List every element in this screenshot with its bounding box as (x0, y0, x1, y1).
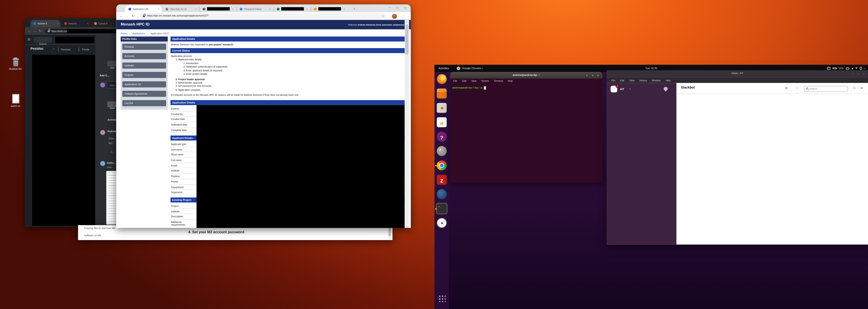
reload-icon[interactable]: ↻ (39, 27, 41, 35)
tab-close-icon[interactable]: × (232, 7, 234, 10)
profile-link-institutes[interactable]: Institutes (122, 63, 166, 69)
minimize-button[interactable]: − (852, 70, 854, 77)
desktop-icon-trash[interactable]: Rubbish Bin (4, 58, 27, 70)
browser-tab-redacted[interactable]: × (199, 5, 236, 12)
app-icon[interactable] (437, 189, 447, 199)
workspace-icon[interactable] (611, 86, 617, 92)
tab-close-icon[interactable]: × (87, 22, 89, 25)
app-menu-button[interactable]: Google Chrome (462, 67, 481, 70)
profile-link-software-agreements[interactable]: Software Agreements (122, 91, 166, 97)
terminal-body[interactable]: andrew@andrew-ltp:~$ (450, 83, 602, 182)
scrollbar-down-icon[interactable]: ▾ (405, 226, 409, 228)
terminal-dock-icon[interactable]: >_ (437, 204, 447, 213)
profile-link-applications[interactable]: Applications (1) (122, 81, 166, 88)
menu-file[interactable]: File (454, 80, 457, 82)
breadcrumb-applications-link[interactable]: Applications (132, 32, 145, 35)
menu-terminal[interactable]: Terminal (494, 80, 503, 82)
desktop-icon-file[interactable]: watch.on (4, 94, 27, 107)
minimize-button[interactable]: − (387, 4, 393, 12)
docs-sidebar-item[interactable]: Software on M3 (84, 234, 101, 237)
software-icon[interactable] (437, 103, 447, 113)
breadcrumb-home-link[interactable]: Home (121, 32, 127, 35)
browser-tab-research[interactable]: "Research Fellow × (237, 5, 273, 12)
system-tray[interactable]: 11% ▾ (827, 67, 865, 70)
board-team-label[interactable]: Personal (61, 48, 70, 50)
scrollbar-thumb[interactable] (405, 24, 409, 55)
amazon-icon[interactable]: a (437, 117, 447, 127)
firefox-icon[interactable] (437, 74, 447, 84)
back-icon[interactable]: ← (120, 12, 123, 20)
comment-action-link[interactable]: - E... (110, 150, 114, 153)
menu-history[interactable]: History (640, 79, 647, 81)
tab-close-icon[interactable]: × (195, 7, 197, 10)
menu-file[interactable]: File (611, 79, 615, 81)
menu-search[interactable]: Search (482, 80, 489, 82)
docs-sidebar-item[interactable]: Copying files to and from M3 (84, 227, 115, 230)
clock-button[interactable]: Tue 16:30 (645, 67, 657, 70)
slack-titlebar[interactable]: Slack - A'I' − □ × (607, 70, 868, 77)
menu-view[interactable]: View (471, 80, 476, 82)
mentions-icon[interactable]: @ (785, 86, 787, 90)
profile-link-logout[interactable]: Log Out (122, 100, 166, 106)
menu-view[interactable]: View (629, 79, 634, 81)
close-button[interactable]: × (863, 70, 865, 77)
back-icon[interactable]: ← (28, 27, 31, 35)
files-icon[interactable] (437, 89, 447, 99)
profile-avatar[interactable] (392, 13, 397, 19)
menu-edit[interactable]: Edit (462, 80, 466, 82)
help-icon[interactable]: ? (437, 132, 447, 142)
browser-tab-redacted[interactable]: × (311, 5, 347, 12)
search-box[interactable]: Search (804, 85, 848, 92)
profile-link-projects[interactable]: Projects (122, 72, 166, 78)
forward-icon[interactable]: → (126, 12, 129, 20)
page-scrollbar[interactable]: ▴ ▾ (405, 20, 409, 228)
close-button[interactable] (596, 73, 600, 77)
tab-close-icon[interactable]: × (306, 7, 308, 10)
menu-window[interactable]: Window (652, 79, 660, 81)
terminal-titlebar[interactable]: andrew@andrew-ltp: ~ (450, 72, 602, 78)
close-button[interactable]: × (402, 4, 408, 12)
menu-help[interactable]: Help (508, 80, 513, 82)
maximize-button[interactable] (591, 73, 594, 77)
clock-app-icon[interactable] (437, 218, 447, 228)
tab-close-icon[interactable]: × (269, 7, 271, 10)
settings-icon[interactable]: ⚙ (861, 86, 863, 90)
workspace-name[interactable]: A'I' (620, 87, 624, 91)
bell-icon[interactable] (664, 87, 668, 90)
filezilla-icon[interactable]: Z (437, 175, 447, 185)
forward-icon[interactable]: → (33, 27, 36, 35)
maximize-button[interactable]: □ (395, 4, 400, 12)
address-bar[interactable]: https://hpc.erc.monash.edu.au/karaage/ap… (140, 13, 386, 19)
tab-close-icon[interactable]: × (343, 7, 345, 10)
scrollbar-up-icon[interactable]: ▴ (405, 20, 409, 22)
browser-tab-casual[interactable]: Casual R × (91, 20, 120, 27)
minimize-button[interactable] (585, 73, 589, 77)
boards-button[interactable]: Boards (34, 37, 52, 42)
maximize-button[interactable]: □ (857, 70, 859, 77)
star-icon[interactable]: ☆ (53, 48, 55, 50)
activities-button[interactable]: Activities (438, 67, 449, 70)
gimp-icon[interactable] (437, 146, 447, 156)
profile-link-accounts[interactable]: Accounts (122, 53, 166, 59)
bookmark-star-icon[interactable]: ☆ (382, 13, 384, 19)
star-icon[interactable]: ☆ (796, 86, 798, 90)
save-button[interactable]: Save (107, 101, 117, 107)
browser-tab-hpc[interactable]: https://hpc.erc.m × (162, 5, 199, 12)
board-visibility-label[interactable]: Private (82, 48, 89, 50)
show-applications-icon[interactable] (438, 294, 445, 302)
browser-menu-icon[interactable]: ⋮ (402, 12, 405, 20)
browser-tab-trello[interactable]: Andrew S × (31, 20, 60, 27)
info-icon[interactable]: ⓘ (853, 86, 856, 90)
apps-grid-icon[interactable]: ⊞ (28, 37, 30, 41)
add-button[interactable]: Add (107, 61, 117, 66)
browser-tab-request[interactable]: Request × (61, 20, 90, 27)
tab-close-icon[interactable]: × (57, 22, 59, 25)
menu-edit[interactable]: Edit (620, 79, 624, 81)
scrollbar-thumb[interactable] (389, 228, 391, 236)
tab-close-icon[interactable]: × (158, 7, 160, 10)
profile-link-personal[interactable]: Personal (122, 44, 166, 50)
chrome-dock-icon[interactable] (437, 160, 447, 170)
browser-tab-application[interactable]: Application | [M × (125, 5, 162, 12)
reload-icon[interactable]: ↻ (132, 12, 134, 20)
new-tab-icon[interactable]: + (351, 5, 358, 12)
